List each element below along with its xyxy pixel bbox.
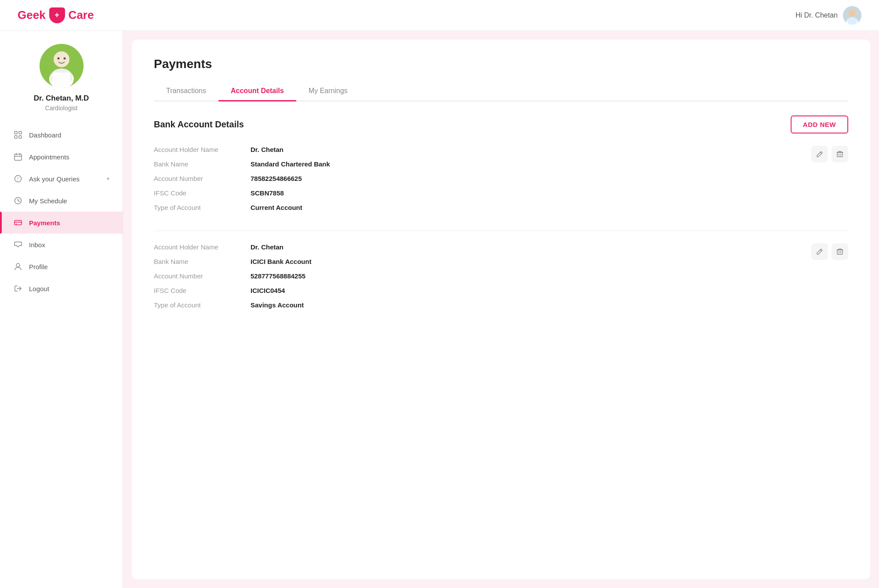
account-2-ifsc-field: IFSC Code ICICIC0454 <box>154 287 848 294</box>
svg-line-33 <box>820 250 821 251</box>
bank-section-header: Bank Account Details ADD NEW <box>154 115 848 133</box>
svg-point-27 <box>16 263 20 267</box>
svg-rect-12 <box>19 131 22 134</box>
svg-text:?: ? <box>17 177 19 181</box>
logout-icon <box>13 284 23 293</box>
account-1-type-field: Type of Account Current Account <box>154 204 848 211</box>
account-1-bank-field: Bank Name Standard Chartered Bank <box>154 160 848 168</box>
svg-point-8 <box>57 58 59 60</box>
account-1-holder-field: Account Holder Name Dr. Chetan <box>154 146 848 153</box>
tab-account-details[interactable]: Account Details <box>218 82 296 101</box>
logo-text-care: Care <box>69 8 94 22</box>
sidebar-item-inbox[interactable]: Inbox <box>0 234 123 256</box>
sidebar-item-profile[interactable]: Profile <box>0 256 123 278</box>
account-2-type-field: Type of Account Savings Account <box>154 301 848 309</box>
sidebar-item-schedule[interactable]: My Schedule <box>0 190 123 212</box>
account-1-holder-value: Dr. Chetan <box>251 146 283 153</box>
svg-point-5 <box>54 51 69 67</box>
sidebar-nav: Dashboard Appointments ? <box>0 124 123 299</box>
account-2-number-value: 528777568884255 <box>251 272 305 280</box>
account-1-ifsc-value: SCBN7858 <box>251 189 284 197</box>
header: Geek + Care Hi Dr. Chetan <box>0 0 879 31</box>
sidebar-profile: Dr. Chetan, M.D Cardiologist <box>34 44 89 112</box>
sidebar-item-logout[interactable]: Logout <box>0 278 123 299</box>
svg-line-29 <box>820 152 821 154</box>
svg-point-1 <box>849 10 856 17</box>
ifsc-label: IFSC Code <box>154 189 251 197</box>
svg-rect-30 <box>837 152 843 157</box>
bank-label: Bank Name <box>154 160 251 168</box>
edit-account-1-button[interactable] <box>811 146 828 162</box>
account-1-bank-value: Standard Chartered Bank <box>251 160 330 168</box>
bank-section-title: Bank Account Details <box>154 119 244 130</box>
sidebar-label-inbox: Inbox <box>29 241 45 249</box>
account-2-ifsc-value: ICICIC0454 <box>251 287 285 294</box>
svg-rect-10 <box>53 72 70 88</box>
header-user: Hi Dr. Chetan <box>795 6 861 25</box>
page-title: Payments <box>154 57 848 71</box>
profile-icon <box>13 262 23 271</box>
doctor-name: Dr. Chetan, M.D <box>34 94 89 103</box>
sidebar-label-queries: Ask your Queries <box>29 175 80 183</box>
svg-rect-13 <box>15 136 17 138</box>
tab-my-earnings[interactable]: My Earnings <box>296 82 360 101</box>
holder-label: Account Holder Name <box>154 146 251 153</box>
edit-account-2-button[interactable] <box>811 243 828 260</box>
appointments-icon <box>13 152 23 162</box>
sidebar-label-logout: Logout <box>29 285 49 292</box>
account-2-type-value: Savings Account <box>251 301 304 309</box>
bank-account-card-2: Account Holder Name Dr. Chetan Bank Name… <box>154 243 848 328</box>
sidebar-label-dashboard: Dashboard <box>29 131 61 139</box>
chevron-down-icon: ▾ <box>107 176 109 182</box>
sidebar-item-dashboard[interactable]: Dashboard <box>0 124 123 146</box>
payments-icon <box>13 218 23 227</box>
tab-transactions[interactable]: Transactions <box>154 82 218 101</box>
account-2-holder-value: Dr. Chetan <box>251 243 283 251</box>
main-layout: Dr. Chetan, M.D Cardiologist Dashboard <box>0 31 879 588</box>
sidebar-avatar <box>40 44 84 88</box>
svg-rect-24 <box>15 220 22 225</box>
sidebar-label-schedule: My Schedule <box>29 197 67 205</box>
logo-text-geek: Geek <box>18 8 46 22</box>
svg-point-26 <box>16 224 17 224</box>
logo-shield-icon: + <box>49 7 65 23</box>
type-label-2: Type of Account <box>154 301 251 309</box>
number-label-2: Account Number <box>154 272 251 280</box>
card-1-actions <box>811 146 848 162</box>
ifsc-label-2: IFSC Code <box>154 287 251 294</box>
type-label: Type of Account <box>154 204 251 211</box>
sidebar-item-queries[interactable]: ? Ask your Queries ▾ <box>0 168 123 190</box>
account-1-ifsc-field: IFSC Code SCBN7858 <box>154 189 848 197</box>
sidebar-label-appointments: Appointments <box>29 153 69 161</box>
svg-rect-14 <box>19 136 22 138</box>
sidebar: Dr. Chetan, M.D Cardiologist Dashboard <box>0 31 123 588</box>
holder-label-2: Account Holder Name <box>154 243 251 251</box>
delete-account-2-button[interactable] <box>832 243 848 260</box>
queries-icon: ? <box>13 174 23 184</box>
main-content: Payments Transactions Account Details My… <box>132 40 870 579</box>
card-2-actions <box>811 243 848 260</box>
svg-rect-11 <box>15 131 17 134</box>
account-1-number-value: 78582254866625 <box>251 175 302 182</box>
svg-line-23 <box>18 201 20 202</box>
sidebar-label-payments: Payments <box>29 219 60 227</box>
svg-rect-34 <box>837 250 843 254</box>
delete-account-1-button[interactable] <box>832 146 848 162</box>
avatar <box>843 6 861 25</box>
number-label: Account Number <box>154 175 251 182</box>
header-greeting: Hi Dr. Chetan <box>795 11 838 19</box>
bank-label-2: Bank Name <box>154 258 251 265</box>
add-new-button[interactable]: ADD NEW <box>791 115 848 133</box>
account-2-number-field: Account Number 528777568884255 <box>154 272 848 280</box>
account-2-bank-value: ICICI Bank Account <box>251 258 312 265</box>
account-1-number-field: Account Number 78582254866625 <box>154 175 848 182</box>
account-2-holder-field: Account Holder Name Dr. Chetan <box>154 243 848 251</box>
sidebar-item-appointments[interactable]: Appointments <box>0 146 123 168</box>
tabs-bar: Transactions Account Details My Earnings <box>154 82 848 101</box>
sidebar-item-payments[interactable]: Payments <box>0 212 123 234</box>
svg-point-9 <box>63 58 65 60</box>
account-1-type-value: Current Account <box>251 204 302 211</box>
bank-account-card-1: Account Holder Name Dr. Chetan Bank Name… <box>154 146 848 231</box>
inbox-icon <box>13 240 23 249</box>
logo: Geek + Care <box>18 7 94 23</box>
